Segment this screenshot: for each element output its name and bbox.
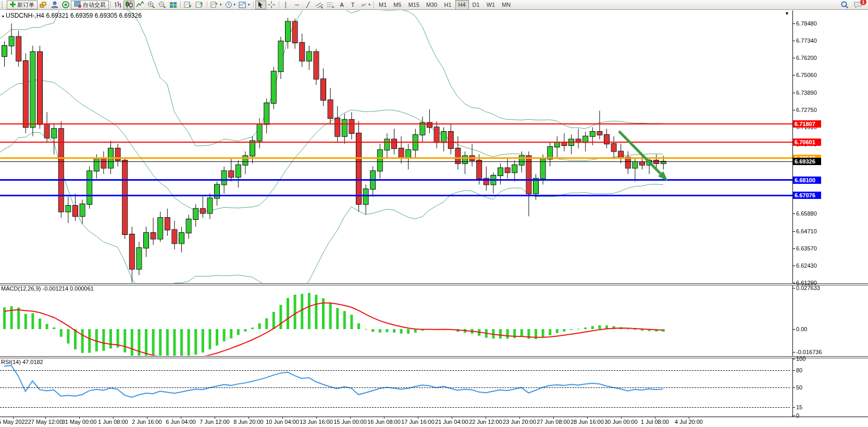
- auto-scroll-icon[interactable]: [182, 1, 194, 9]
- separator: [374, 1, 374, 9]
- chart-symbol-period: USDCNH-,H4: [6, 12, 44, 19]
- symbol-dropdown-icon[interactable]: ▾: [2, 14, 4, 19]
- new-order-label: 新订单: [17, 1, 34, 9]
- zoom-out-icon[interactable]: [157, 1, 168, 9]
- trendline-icon[interactable]: ╱: [303, 1, 314, 9]
- timeframe-button-H4[interactable]: H4: [455, 0, 469, 10]
- timeframe-button-MN[interactable]: MN: [499, 0, 514, 10]
- timeframe-button-D1[interactable]: D1: [469, 0, 483, 10]
- timeframe-button-M1[interactable]: M1: [376, 0, 390, 10]
- templates-menu-button[interactable]: ▾: [237, 1, 252, 9]
- timeframe-button-M5[interactable]: M5: [390, 0, 404, 10]
- chart-shift-icon[interactable]: [194, 1, 205, 9]
- chevron-down-icon: ▾: [234, 3, 236, 7]
- indicators-menu-button[interactable]: ▾: [209, 1, 224, 9]
- bar-chart-icon[interactable]: [113, 1, 123, 9]
- timeframe-button-M30[interactable]: M30: [423, 0, 440, 10]
- person-icon[interactable]: [49, 1, 60, 9]
- globe-icon[interactable]: [60, 1, 71, 9]
- separator: [207, 1, 207, 9]
- trend-arrow-annotation[interactable]: [0, 0, 868, 427]
- chart-ohlc-values: 6.69321 6.69359 6.69305 6.69326: [46, 12, 142, 19]
- equidistant-channel-icon[interactable]: E: [314, 1, 325, 9]
- notification-badge: 1: [860, 0, 866, 5]
- autotrading-button[interactable]: 自动交易: [71, 1, 109, 9]
- timeframe-button-W1[interactable]: W1: [483, 0, 499, 10]
- scale-triangle-icon[interactable]: ▼: [785, 11, 789, 16]
- text-icon[interactable]: A: [337, 1, 348, 9]
- timeframe-button-M15[interactable]: M15: [405, 0, 423, 10]
- horizontal-line-icon[interactable]: ─: [292, 1, 303, 9]
- svg-text:F: F: [332, 6, 334, 8]
- notifications-icon[interactable]: 1: [852, 1, 864, 9]
- timeframe-group: M1M5M15M30H1H4D1W1MN: [376, 0, 514, 10]
- separator: [110, 1, 111, 9]
- chevron-down-icon: ▾: [369, 3, 371, 7]
- toolbar: 新订单 自动交易 ▾: [0, 0, 868, 10]
- line-chart-icon[interactable]: [134, 1, 146, 9]
- chart-title: ▾USDCNH-,H4 6.69321 6.69359 6.69305 6.69…: [2, 12, 142, 19]
- candlestick-chart-icon[interactable]: [123, 1, 134, 9]
- text-label-icon[interactable]: T: [348, 1, 358, 9]
- fibonacci-icon[interactable]: F: [325, 1, 337, 9]
- periods-menu-button[interactable]: ▾: [224, 1, 238, 9]
- separator: [279, 1, 279, 9]
- autotrading-label: 自动交易: [83, 1, 106, 9]
- search-icon[interactable]: [839, 1, 850, 9]
- plus-icon: [10, 2, 16, 8]
- timeframe-button-H1[interactable]: H1: [441, 0, 454, 10]
- chevron-down-icon: ▾: [220, 3, 222, 7]
- toolbar-drag-handle[interactable]: [2, 1, 5, 8]
- crosshair-icon[interactable]: [266, 1, 277, 9]
- cubes-icon[interactable]: [38, 1, 49, 9]
- zoom-in-icon[interactable]: [146, 1, 157, 9]
- chevron-down-icon: ▾: [248, 3, 250, 7]
- macd-indicator-label: MACD(12,26,9) -0.001214 0.000061: [1, 285, 94, 292]
- separator: [180, 1, 181, 9]
- tile-windows-icon[interactable]: [168, 1, 179, 9]
- separator: [253, 1, 254, 9]
- arrows-icon[interactable]: ▾: [358, 1, 373, 9]
- toolbar-right: 1: [839, 1, 867, 9]
- new-order-button[interactable]: 新订单: [7, 1, 38, 9]
- autotrading-icon: [74, 1, 81, 9]
- vertical-line-icon[interactable]: │: [281, 1, 292, 9]
- svg-text:E: E: [321, 6, 323, 8]
- rsi-indicator-label: RSI(14) 47.0182: [1, 359, 43, 365]
- cursor-icon[interactable]: [255, 1, 266, 9]
